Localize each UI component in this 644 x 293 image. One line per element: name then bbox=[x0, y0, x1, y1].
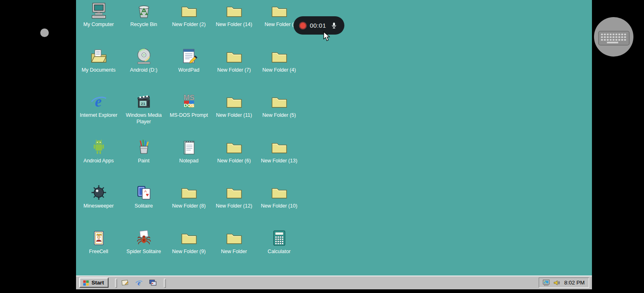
desktop-item-label: Android Apps bbox=[83, 157, 113, 164]
desktop-item-folder[interactable]: New Folder (5) bbox=[257, 91, 302, 136]
desktop-item-folder[interactable]: New Folder (8) bbox=[166, 181, 211, 227]
desktop-item-solitaire[interactable]: A♥Solitaire bbox=[121, 181, 166, 227]
desktop-icon-column: New Folder (14)New Folder (7)New Folder … bbox=[211, 0, 257, 272]
desktop-item-label: Solitaire bbox=[135, 203, 153, 209]
taskbar-divider[interactable] bbox=[115, 279, 117, 288]
desktop-item-folder[interactable]: New Folder (12) bbox=[211, 181, 257, 227]
my-documents-icon bbox=[89, 47, 109, 66]
svg-text:21: 21 bbox=[141, 101, 145, 106]
phone-screen: My ComputerMy DocumentseInternet Explore… bbox=[0, 0, 644, 293]
desktop-icon-column: My ComputerMy DocumentseInternet Explore… bbox=[76, 0, 121, 272]
desktop-item-calculator[interactable]: Calculator bbox=[257, 227, 302, 273]
windows-logo-icon bbox=[83, 280, 89, 286]
desktop-item-label: New Folder (11) bbox=[216, 112, 252, 118]
msdos-icon: MSDOS bbox=[179, 92, 199, 111]
desktop-item-folder[interactable]: New Folder (14) bbox=[211, 0, 257, 46]
desktop-item-label: FreeCell bbox=[89, 248, 108, 255]
desktop-item-folder[interactable]: New Folder (13) bbox=[257, 136, 302, 182]
folder-icon bbox=[224, 229, 244, 247]
desktop-item-my-computer[interactable]: My Computer bbox=[76, 0, 121, 46]
desktop-item-folder[interactable]: New Folder (6) bbox=[211, 136, 257, 182]
recycle-bin-icon bbox=[134, 2, 154, 20]
spider-solitaire-icon bbox=[134, 229, 154, 247]
quicklaunch-channels-icon[interactable] bbox=[148, 278, 157, 287]
desktop-item-label: New Folder (6) bbox=[217, 157, 251, 164]
svg-text:e: e bbox=[137, 280, 140, 286]
desktop-item-label: MS-DOS Prompt bbox=[170, 112, 208, 118]
desktop-item-recycle-bin[interactable]: Recycle Bin bbox=[121, 0, 166, 46]
desktop-item-label: New Folder (12) bbox=[216, 203, 252, 209]
desktop-item-paint[interactable]: Paint bbox=[121, 136, 166, 182]
internet-explorer-icon: e bbox=[89, 92, 109, 111]
desktop-icon-column: New Folder (New Folder (4)New Folder (5)… bbox=[257, 0, 302, 272]
folder-icon bbox=[179, 183, 199, 202]
desktop-icon-column: Recycle BinAndroid (D:)21Windows Media P… bbox=[121, 0, 166, 272]
desktop-item-label: My Documents bbox=[82, 67, 115, 73]
microphone-icon[interactable] bbox=[330, 22, 338, 29]
keyboard-toggle-button[interactable] bbox=[594, 17, 633, 57]
desktop-item-folder[interactable]: New Folder (9) bbox=[166, 227, 211, 273]
desktop-item-folder[interactable]: New Folder (11) bbox=[211, 91, 257, 136]
desktop-item-label: Internet Explorer bbox=[80, 112, 117, 118]
recording-timer: 00:01 bbox=[310, 22, 326, 29]
desktop-item-folder[interactable]: New Folder (4) bbox=[257, 46, 302, 91]
desktop-item-internet-explorer[interactable]: eInternet Explorer bbox=[76, 91, 121, 136]
desktop-item-minesweeper[interactable]: Minesweeper bbox=[76, 181, 121, 227]
desktop-item-label: New Folder (8) bbox=[172, 203, 206, 209]
desktop-item-label: New Folder (2) bbox=[172, 21, 206, 28]
notepad-icon bbox=[179, 138, 199, 157]
desktop-item-label: My Computer bbox=[83, 21, 114, 28]
folder-icon bbox=[270, 47, 289, 66]
start-button[interactable]: Start bbox=[79, 278, 109, 288]
folder-icon bbox=[224, 47, 244, 66]
windows-desktop[interactable]: My ComputerMy DocumentseInternet Explore… bbox=[76, 0, 592, 276]
folder-icon bbox=[179, 2, 199, 20]
folder-icon bbox=[224, 138, 244, 157]
taskbar-clock: 8:02 PM bbox=[564, 280, 585, 286]
cd-drive-icon bbox=[134, 47, 154, 66]
folder-icon bbox=[224, 183, 244, 202]
svg-text:DOS: DOS bbox=[184, 103, 194, 108]
desktop-item-android-apps[interactable]: Android Apps bbox=[76, 136, 121, 182]
taskbar: Start e 8:02 PM bbox=[76, 276, 592, 289]
desktop-item-label: Paint bbox=[138, 157, 150, 164]
screen-recording-pill[interactable]: 00:01 bbox=[294, 16, 344, 35]
desktop-item-label: New Folder (4) bbox=[262, 67, 296, 73]
desktop-item-my-documents[interactable]: My Documents bbox=[76, 46, 121, 91]
desktop-item-folder[interactable]: New Folder (2) bbox=[166, 0, 211, 46]
volume-tray-icon[interactable] bbox=[553, 279, 560, 286]
folder-icon bbox=[270, 92, 289, 111]
desktop-item-label: Windows Media Player bbox=[125, 112, 163, 125]
desktop-icon-grid: My ComputerMy DocumentseInternet Explore… bbox=[76, 0, 304, 276]
desktop-item-folder[interactable]: New Folder bbox=[211, 227, 257, 273]
display-tray-icon[interactable] bbox=[542, 279, 550, 286]
desktop-item-media-player[interactable]: 21Windows Media Player bbox=[121, 91, 166, 136]
record-indicator-icon bbox=[300, 23, 306, 28]
system-tray: 8:02 PM bbox=[539, 278, 589, 288]
quicklaunch-internet-explorer-small-icon[interactable]: e bbox=[135, 278, 144, 287]
minesweeper-icon bbox=[89, 183, 109, 202]
desktop-item-label: New Folder (7) bbox=[217, 67, 251, 73]
quick-launch-bar: e bbox=[121, 278, 157, 288]
desktop-item-label: Android (D:) bbox=[130, 67, 157, 73]
freecell-icon bbox=[89, 229, 109, 247]
desktop-item-freecell[interactable]: FreeCell bbox=[76, 227, 121, 273]
media-player-icon: 21 bbox=[134, 92, 154, 111]
desktop-item-folder[interactable]: New Folder (7) bbox=[211, 46, 257, 91]
folder-icon bbox=[224, 92, 244, 111]
desktop-item-folder[interactable]: New Folder (10) bbox=[257, 181, 302, 227]
desktop-item-spider-solitaire[interactable]: Spider Solitaire bbox=[121, 227, 166, 273]
floating-dot-button[interactable] bbox=[40, 28, 49, 37]
folder-icon bbox=[270, 183, 289, 202]
folder-icon bbox=[224, 2, 244, 20]
desktop-item-wordpad[interactable]: WordPad bbox=[166, 46, 211, 91]
paint-icon bbox=[134, 138, 154, 157]
desktop-item-notepad[interactable]: Notepad bbox=[166, 136, 211, 182]
taskbar-divider[interactable] bbox=[164, 279, 166, 288]
my-computer-icon bbox=[89, 2, 109, 20]
desktop-item-msdos[interactable]: MSDOSMS-DOS Prompt bbox=[166, 91, 211, 136]
keyboard-icon bbox=[598, 26, 630, 48]
quicklaunch-show-desktop-icon[interactable] bbox=[121, 278, 130, 287]
folder-icon bbox=[270, 138, 289, 157]
desktop-item-cd-drive[interactable]: Android (D:) bbox=[121, 46, 166, 91]
